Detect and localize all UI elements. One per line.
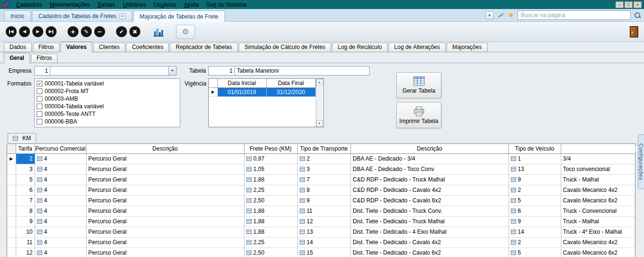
cell-tipo_transporte[interactable]: 12 xyxy=(297,216,351,227)
cell-tipo_transporte[interactable]: 7 xyxy=(297,174,351,185)
cell-tipo_transporte[interactable]: 13 xyxy=(297,227,351,237)
menu-item-utilitarios[interactable]: Utilitários xyxy=(119,0,150,9)
close-button[interactable]: × xyxy=(634,1,642,8)
cell-frete[interactable]: 1,88 xyxy=(244,227,297,237)
table-row[interactable]: 84Percurso Geral1,8811Dist. Tiete - Dedi… xyxy=(7,206,635,216)
cell-percurso[interactable]: 4 xyxy=(35,185,86,195)
format-option[interactable]: ✓000001-Tabela variável xyxy=(35,80,180,87)
cell-descricao2[interactable]: C&D RDP - Dedicado - Cavalo 6x2 xyxy=(351,195,508,206)
cell-percurso[interactable]: 4 xyxy=(35,153,86,164)
vigencia-col-data-final[interactable]: Data Final xyxy=(266,79,315,87)
menu-item-ajuda[interactable]: Ajuda xyxy=(180,0,203,9)
exit-button[interactable] xyxy=(630,26,638,38)
cell-descricao2[interactable]: C&D RDP - Dedicado - Truck Malhal xyxy=(351,174,508,185)
add-button[interactable]: + xyxy=(68,26,78,37)
vigencia-data-inicial-cell[interactable]: 01/01/2019 xyxy=(217,87,266,96)
tabela-code-field[interactable] xyxy=(208,66,235,76)
cell-tarifa[interactable]: 8 xyxy=(16,206,35,216)
cell-tarifa[interactable]: 11 xyxy=(16,237,35,247)
chevron-down-icon[interactable]: ▾ xyxy=(168,67,176,75)
checkbox-icon[interactable] xyxy=(37,96,42,102)
cell-tipo_transporte[interactable]: 2 xyxy=(297,153,351,164)
confirm-button[interactable]: ✔ xyxy=(116,26,127,37)
page-search-input[interactable] xyxy=(517,10,631,20)
checkbox-icon[interactable]: ✓ xyxy=(37,81,42,86)
search-icon[interactable] xyxy=(634,12,641,19)
cell-tarifa[interactable]: 7 xyxy=(16,195,35,206)
cell-tipo_transporte[interactable]: 9 xyxy=(297,195,351,206)
cell-tipo_veiculo[interactable]: 13 xyxy=(508,164,561,174)
cell-descricao[interactable]: Percurso Geral xyxy=(86,216,244,227)
cell-percurso[interactable]: 4 xyxy=(35,164,86,174)
cell-descricao2[interactable]: DBA AE - Dedicado - 3/4 xyxy=(351,153,508,164)
clear-highlight-icon[interactable] xyxy=(497,11,505,19)
empresa-combo[interactable]: ▾ xyxy=(50,66,176,76)
minimize-button[interactable]: – xyxy=(615,1,624,8)
cell-descricao[interactable]: Percurso Geral xyxy=(86,174,244,185)
cell-tarifa[interactable]: 5 xyxy=(16,174,35,185)
row-selector[interactable] xyxy=(7,216,16,227)
format-option[interactable]: 000005-Teste ANTT xyxy=(35,110,180,118)
tab-majoracao-de-tabelas-de-frete[interactable]: Majoração de Tabelas de Frete xyxy=(133,10,225,22)
menu-item-sair-do-sistema[interactable]: Sair do Sistema xyxy=(203,0,251,9)
cell-descricao[interactable]: Percurso Geral xyxy=(86,237,244,247)
cell-percurso[interactable]: 4 xyxy=(35,237,86,247)
format-option[interactable]: 000006-BBA xyxy=(35,118,180,125)
row-selector[interactable] xyxy=(7,174,16,185)
imprimir-tabela-button[interactable]: Imprimir Tabela xyxy=(396,102,441,128)
row-selector[interactable] xyxy=(7,227,16,237)
menu-item-saidas[interactable]: Saídas xyxy=(94,0,119,9)
tab-valores[interactable]: Valores xyxy=(60,42,92,52)
format-option[interactable]: 000002-Frota MT xyxy=(35,87,180,95)
cell-tipo_veiculo[interactable]: 2 xyxy=(508,185,561,195)
cell-frete[interactable]: 1,88 xyxy=(244,206,297,216)
cell-frete[interactable]: 1,05 xyxy=(244,164,297,174)
cell-tipo_transporte[interactable]: 3 xyxy=(297,164,351,174)
cell-descricao2[interactable]: Dist. Tiete - Dedicado - Truck Conv. xyxy=(351,206,508,216)
cell-tipo_transporte[interactable]: 11 xyxy=(297,206,351,216)
cell-frete[interactable]: 1,88 xyxy=(244,174,297,185)
cell-tarifa[interactable]: 9 xyxy=(16,216,35,227)
cancel-button[interactable]: ✖ xyxy=(129,26,140,37)
vigencia-col-data-inicial[interactable]: Data Inicial xyxy=(217,79,266,87)
cell-veiculo[interactable]: Toco convencional xyxy=(561,164,635,174)
table-row[interactable]: 114Percurso Geral2,2514Dist. Tiete - Ded… xyxy=(7,237,635,247)
tab-simulacao-de-calculo-de-fretes[interactable]: Simulação de Cálculo de Fretes xyxy=(239,43,331,52)
row-selector[interactable] xyxy=(7,247,16,257)
grid-col-header-percurso-comercial[interactable]: Percurso Comercial xyxy=(35,144,86,153)
row-selector[interactable]: ▶ xyxy=(7,153,16,164)
tab-filtros[interactable]: Filtros xyxy=(33,43,60,52)
checkbox-icon[interactable] xyxy=(37,104,42,109)
cell-percurso[interactable]: 4 xyxy=(35,216,86,227)
vigencia-row[interactable]: ▶01/01/201931/12/2020 xyxy=(209,87,315,96)
grid-col-header-descricao[interactable]: Descrição xyxy=(351,144,508,153)
table-row[interactable]: 94Percurso Geral1,8812Dist. Tiete - Dedi… xyxy=(7,216,635,227)
cell-veiculo[interactable]: Cavalo Mecanico 6x2 xyxy=(561,247,635,257)
row-selector[interactable] xyxy=(7,195,16,206)
nav-next-button[interactable]: ▶ xyxy=(32,26,43,37)
scroll-down-icon[interactable]: ▼ xyxy=(316,120,323,127)
cell-descricao[interactable]: Percurso Geral xyxy=(86,227,244,237)
tab-configuracoes[interactable]: Configurações xyxy=(638,134,644,189)
cell-descricao2[interactable]: Dist. Tiete - Dedicado - 4 Eixo Malhal xyxy=(351,227,508,237)
cell-veiculo[interactable]: 3/4 xyxy=(561,153,635,164)
cell-tarifa[interactable]: 12 xyxy=(16,247,35,257)
cell-tipo_veiculo[interactable]: 9 xyxy=(508,174,561,185)
tab-close-icon[interactable]: × xyxy=(119,13,126,19)
cell-tarifa[interactable]: 6 xyxy=(16,185,35,195)
nav-last-button[interactable]: ▶ xyxy=(46,26,57,37)
favorites-star-icon[interactable]: ★ xyxy=(508,12,514,19)
cell-veiculo[interactable]: Cavalo Mecanico 4x2 xyxy=(561,185,635,195)
checkbox-icon[interactable] xyxy=(37,111,42,117)
scroll-up-icon[interactable]: ▲ xyxy=(316,79,323,86)
format-option[interactable]: 000004-Tabela variável xyxy=(35,103,180,110)
tab-clientes[interactable]: Clientes xyxy=(93,43,125,52)
cell-tipo_veiculo[interactable]: 1 xyxy=(508,153,561,164)
cell-frete[interactable]: 0,97 xyxy=(244,153,297,164)
menu-item-movimentacoes[interactable]: Movimentações xyxy=(46,0,94,9)
cell-frete[interactable]: 2,25 xyxy=(244,237,297,247)
menu-item-usuarios[interactable]: Usuários xyxy=(150,0,180,9)
cell-tipo_veiculo[interactable]: 5 xyxy=(508,247,561,257)
tab-geral[interactable]: Geral xyxy=(4,53,30,63)
delete-button[interactable]: − xyxy=(94,26,105,37)
